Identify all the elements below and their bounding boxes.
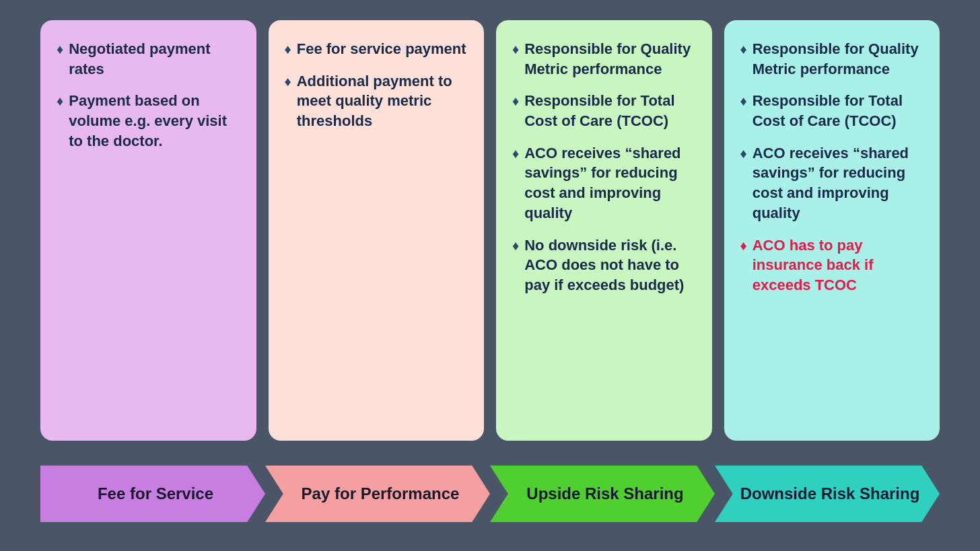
bullet-text: Responsible for Total Cost of Care (TCOC…	[753, 91, 923, 131]
arrow-label-downside: Downside Risk Sharing	[722, 484, 934, 504]
bullet-text: Fee for service payment	[297, 39, 466, 59]
bullet-item: ♦Negotiated payment rates	[57, 39, 240, 79]
bullet-item: ♦Responsible for Total Cost of Care (TCO…	[740, 91, 924, 131]
diamond-icon: ♦	[512, 237, 519, 255]
bullet-text: Payment based on volume e.g. every visit…	[69, 91, 240, 151]
bullet-text: ACO receives “shared savings” for reduci…	[524, 143, 695, 223]
arrows-row: Fee for ServicePay for PerformanceUpside…	[40, 457, 940, 531]
bullet-item: ♦Fee for service payment	[285, 39, 468, 59]
arrow-label-pfp: Pay for Performance	[283, 484, 473, 504]
bullet-text: No downside risk (i.e. ACO does not have…	[524, 235, 695, 295]
bullet-text: Responsible for Total Cost of Care (TCOC…	[524, 91, 695, 131]
card-ffs: ♦Negotiated payment rates♦Payment based …	[40, 20, 256, 441]
card-upside: ♦Responsible for Quality Metric performa…	[496, 20, 712, 441]
bullet-text: ACO has to pay insurance back if exceeds…	[753, 235, 923, 295]
arrow-downside: Downside Risk Sharing	[715, 466, 940, 522]
bullet-item: ♦Responsible for Quality Metric performa…	[740, 39, 924, 79]
cards-row: ♦Negotiated payment rates♦Payment based …	[40, 20, 940, 441]
bullet-item: ♦Responsible for Quality Metric performa…	[512, 39, 696, 79]
bullet-item: ♦Payment based on volume e.g. every visi…	[57, 91, 240, 151]
bullet-text: Responsible for Quality Metric performan…	[753, 39, 923, 79]
bullet-text: Responsible for Quality Metric performan…	[524, 39, 695, 79]
diamond-icon: ♦	[512, 40, 519, 59]
bullet-text: Negotiated payment rates	[69, 39, 240, 79]
bullet-item: ♦Responsible for Total Cost of Care (TCO…	[512, 91, 696, 131]
bullet-text: Additional payment to meet quality metri…	[297, 71, 468, 131]
card-pfp: ♦Fee for service payment♦Additional paym…	[269, 20, 485, 441]
arrow-label-ffs: Fee for Service	[79, 484, 227, 504]
bullet-item: ♦Additional payment to meet quality metr…	[285, 71, 468, 131]
arrow-pfp: Pay for Performance	[265, 466, 490, 522]
bullet-text: ACO receives “shared savings” for reduci…	[753, 143, 923, 223]
diamond-icon: ♦	[740, 92, 747, 110]
bullet-item: ♦No downside risk (i.e. ACO does not hav…	[512, 235, 696, 295]
bullet-item: ♦ACO receives “shared savings” for reduc…	[740, 143, 924, 223]
diamond-icon: ♦	[740, 237, 747, 255]
diamond-icon: ♦	[740, 40, 747, 59]
diamond-icon: ♦	[57, 92, 63, 110]
diamond-icon: ♦	[512, 145, 519, 163]
bullet-item: ♦ACO has to pay insurance back if exceed…	[740, 235, 924, 295]
arrow-ffs: Fee for Service	[40, 466, 265, 522]
arrow-upside: Upside Risk Sharing	[490, 466, 715, 522]
diamond-icon: ♦	[57, 40, 63, 59]
diamond-icon: ♦	[512, 92, 519, 110]
diamond-icon: ♦	[285, 73, 291, 91]
diamond-icon: ♦	[740, 145, 747, 163]
card-downside: ♦Responsible for Quality Metric performa…	[724, 20, 940, 441]
arrow-label-upside: Upside Risk Sharing	[508, 484, 697, 504]
diamond-icon: ♦	[285, 40, 291, 59]
bullet-item: ♦ACO receives “shared savings” for reduc…	[512, 143, 696, 223]
